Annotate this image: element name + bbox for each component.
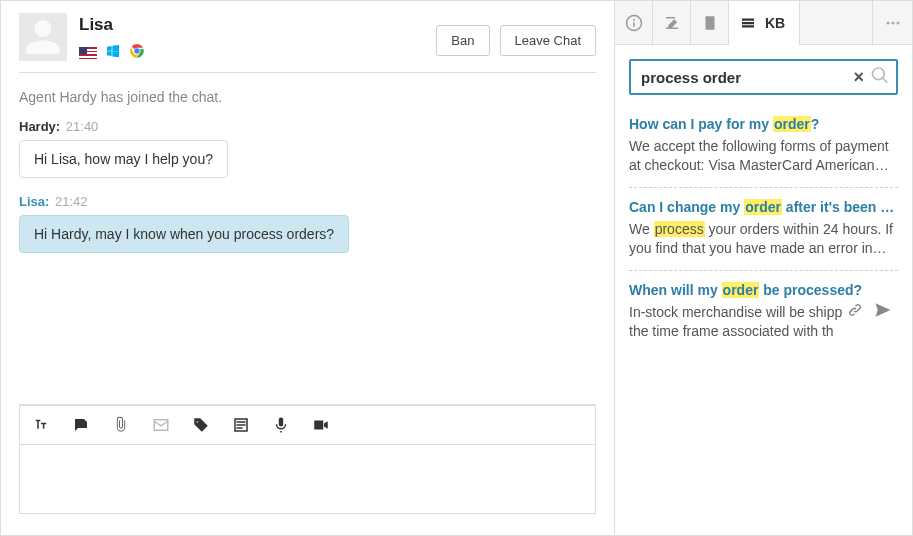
fade-overlay: [616, 454, 911, 534]
form-icon[interactable]: [232, 416, 250, 434]
visitor-name: Lisa: [79, 15, 436, 35]
clear-icon[interactable]: ×: [853, 67, 864, 88]
composer-toolbar: [19, 405, 596, 444]
microphone-icon[interactable]: [272, 416, 290, 434]
composer-input[interactable]: [19, 444, 596, 514]
tab-notebook[interactable]: [691, 1, 729, 45]
message-bubble: Hi Hardy, may I know when you process or…: [19, 215, 349, 253]
stack-icon: [739, 14, 757, 32]
svg-point-5: [886, 21, 889, 24]
video-icon[interactable]: [312, 416, 330, 434]
svg-point-1: [134, 48, 139, 53]
ban-button[interactable]: Ban: [436, 25, 489, 56]
tab-kb[interactable]: KB: [729, 1, 800, 45]
format-text-icon[interactable]: [32, 416, 50, 434]
leave-chat-button[interactable]: Leave Chat: [500, 25, 597, 56]
avatar: [19, 13, 67, 61]
quick-reply-icon[interactable]: [72, 416, 90, 434]
tab-kb-label: KB: [765, 15, 785, 31]
svg-point-7: [896, 21, 899, 24]
search-icon[interactable]: [870, 66, 890, 89]
kb-tabs: KB: [615, 1, 912, 45]
tab-info[interactable]: [615, 1, 653, 45]
chat-header: Lisa Ban Leave Chat: [1, 1, 614, 72]
send-icon[interactable]: [874, 301, 894, 321]
visitor-meta: [79, 43, 436, 62]
more-icon[interactable]: [872, 1, 912, 45]
kb-result-title: How can I pay for my order?: [629, 115, 898, 133]
email-icon[interactable]: [152, 416, 170, 434]
svg-point-6: [891, 21, 894, 24]
message-visitor: Lisa: 21:42 Hi Hardy, may I know when yo…: [19, 194, 596, 253]
kb-result[interactable]: Can I change my order after it's been pl…: [629, 188, 898, 271]
svg-point-3: [633, 19, 635, 21]
tag-icon[interactable]: [192, 416, 210, 434]
svg-rect-4: [633, 22, 635, 27]
chrome-icon: [129, 43, 145, 62]
kb-result-snippet: We accept the following forms of payment…: [629, 137, 898, 175]
attachment-icon[interactable]: [112, 416, 130, 434]
flag-us-icon: [79, 47, 97, 59]
system-message: Agent Hardy has joined the chat.: [19, 89, 596, 105]
message-sender: Lisa:: [19, 194, 49, 209]
kb-float-actions: [842, 297, 898, 325]
chat-panel: Lisa Ban Leave Chat Agent Hardy has join…: [1, 1, 615, 535]
kb-panel: KB × How can I pay for my order? We acce…: [615, 1, 912, 535]
message-agent: Hardy: 21:40 Hi Lisa, how may I help you…: [19, 119, 596, 178]
link-icon[interactable]: [846, 301, 866, 321]
tab-compose[interactable]: [653, 1, 691, 45]
kb-search: ×: [629, 59, 898, 95]
kb-result-title: Can I change my order after it's been pl…: [629, 198, 898, 216]
message-bubble: Hi Lisa, how may I help you?: [19, 140, 228, 178]
kb-result-snippet: We process your orders within 24 hours. …: [629, 220, 898, 258]
chat-transcript: Agent Hardy has joined the chat. Hardy: …: [1, 73, 614, 404]
message-sender: Hardy:: [19, 119, 60, 134]
windows-icon: [105, 43, 121, 62]
message-time: 21:40: [66, 119, 99, 134]
message-time: 21:42: [55, 194, 88, 209]
composer: [19, 404, 596, 517]
kb-result[interactable]: How can I pay for my order? We accept th…: [629, 105, 898, 188]
